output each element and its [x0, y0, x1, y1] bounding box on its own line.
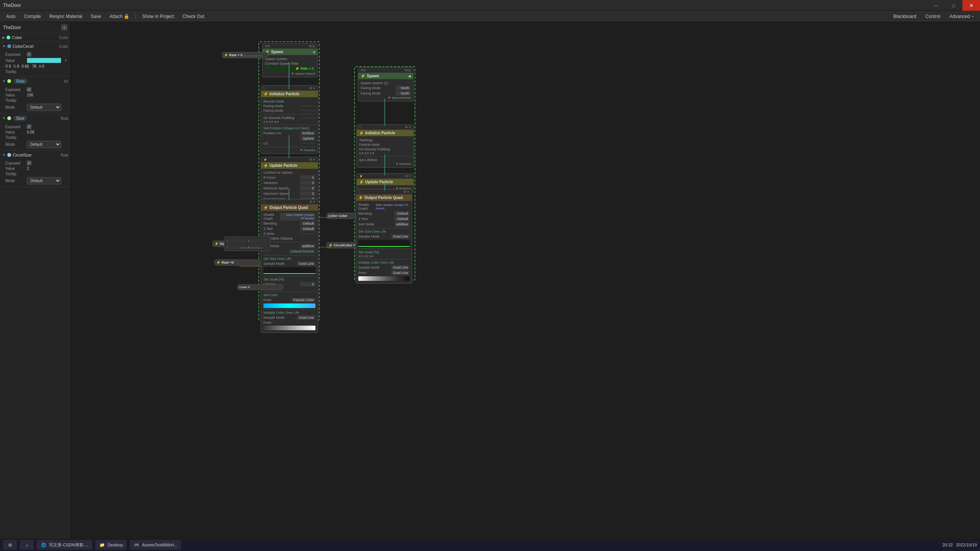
output-body-1: Shader Graph Main Shader (Graph VX Asset… — [261, 211, 318, 333]
size-header[interactable]: ▼ Size float — [0, 114, 70, 123]
size-value-label: Value — [5, 130, 24, 134]
rate-node-title: ⚡ Rate = 0 — [224, 53, 242, 57]
spawn-down-arrow: ▼ Spawn Default — [291, 72, 315, 75]
menu-save[interactable]: Save — [87, 12, 105, 21]
taskbar-game[interactable]: 🎮 AssetsTestWithH... — [130, 540, 181, 550]
spawn-collapse-1[interactable]: ◀ — [312, 50, 315, 54]
spawn-system-node-2[interactable]: SlotStop ⚡ Spawn ◀ Spawn system (1) Faci… — [358, 67, 413, 101]
output-quad-node-2[interactable]: □⚙ ✕ ⚡ Output Particle Quad Shader Graph… — [356, 189, 412, 284]
size-mode-row: Mode Default — [5, 141, 67, 148]
colorcircel-arrow-icon: ▼ — [2, 44, 6, 48]
output-input-1[interactable]: Color 0 — [237, 284, 283, 290]
taskbar-browser[interactable]: 🌐 写文章-CSDN博客-... — [37, 540, 92, 550]
output2-icon: ⚡ — [358, 196, 363, 200]
out-blendmode: Sample ModeGrad Line — [263, 261, 315, 266]
batch-node[interactable]: • • • • — [224, 236, 270, 251]
color-gradient-2 — [358, 276, 410, 281]
update-title-1: Update Particle — [270, 163, 297, 168]
color-bar[interactable] — [27, 58, 61, 63]
menu-show-project[interactable]: Show in Project — [138, 12, 178, 21]
init-particle-node-1[interactable]: □⚙ ✕ ⚡ Initialize Particle Bounds Mask F… — [261, 85, 318, 154]
window-controls[interactable]: ─ □ ✕ — [927, 0, 980, 11]
init2-ports-top: □⚙ ✕ — [357, 125, 413, 130]
init-icon-1: ⚡ — [263, 92, 268, 96]
size-exposed-check[interactable]: ✓ — [27, 124, 31, 129]
connection-svg — [71, 22, 980, 539]
g-label: G — [13, 64, 16, 68]
search-icon: ⌕ — [24, 542, 30, 548]
init-particle-node-2[interactable]: □⚙ ✕ ⚡ Initialize Particle Topology Part… — [356, 124, 414, 168]
batch-item-4: • — [247, 244, 268, 249]
rate-exposed-check[interactable]: ✓ — [27, 87, 31, 92]
rate-header[interactable]: ▼ Rate Int — [0, 77, 70, 86]
color-section-header[interactable]: ▶ Color Color — [0, 33, 70, 42]
xyz-row-4: 1.01.01.0 — [358, 254, 410, 258]
init-arc2: Sphere — [263, 136, 315, 141]
update-a: Attraction0 — [263, 180, 315, 186]
menu-checkout[interactable]: Check Out — [179, 12, 208, 21]
search-button[interactable]: ⌕ — [20, 540, 34, 550]
maximize-button[interactable]: □ — [945, 0, 962, 11]
r-value: 0 — [9, 64, 11, 68]
init-arc: Position Arc Surface — [263, 130, 315, 136]
circelsize-exposed-check[interactable]: ✓ — [27, 161, 31, 165]
output-quad-node-1[interactable]: □⚙ ✕ ⚡ Output Particle Quad Shader Graph… — [261, 199, 318, 333]
curve-green-1 — [263, 273, 315, 274]
out2-blending: BlendingDefault — [358, 211, 410, 216]
panel-add-button[interactable]: + — [61, 24, 67, 31]
rate-tooltip-label: Tooltip — [5, 98, 24, 103]
menu-attach[interactable]: Attach 🔒 — [106, 12, 133, 21]
menu-control[interactable]: Control — [922, 12, 944, 21]
colorcircel-header[interactable]: ▼ ColorCircel Color — [0, 42, 70, 51]
init-f3: On Bounds Padding — [263, 116, 315, 120]
menu-blackboard[interactable]: Blackboard — [890, 12, 920, 21]
circelsize-mode-select[interactable]: Default — [27, 177, 61, 184]
close-button[interactable]: ✕ — [962, 0, 980, 11]
small-node-rate[interactable]: ⚡ Rate = 0 — [222, 52, 268, 58]
menu-compile[interactable]: Compile — [20, 12, 45, 21]
spawn-system-node-1[interactable]: SlotStop ⚡ Spawn ◀ Spawn system Constant… — [262, 43, 318, 77]
taskbar: ⊞ ⌕ 🌐 写文章-CSDN博客-... 📁 Desktop 🎮 AssetsT… — [0, 539, 980, 551]
node-canvas[interactable]: System System (1) SlotStop ⚡ Spawn ◀ Spa… — [71, 22, 980, 539]
start-button[interactable]: ⊞ — [3, 540, 17, 550]
size-exposed-label: Exposed — [5, 125, 24, 129]
rate-mode-select[interactable]: Default — [27, 104, 61, 111]
circel-node-header: ⚡ Rate =0 — [215, 260, 260, 265]
rate-tag: Rate — [13, 78, 28, 84]
size-mode-select[interactable]: Default — [27, 141, 61, 148]
update2-icon: ⚡ — [359, 180, 364, 184]
rate-node-header: ⚡ Rate = 0 — [222, 52, 268, 58]
out-alpha-from: From — [263, 320, 315, 325]
init-body-1: Bounds Mask Facing Mode Facing Mode On B… — [261, 97, 318, 153]
size-expanded: Exposed ✓ Value 0.08 Tooltip Mode Defaul… — [0, 123, 70, 150]
output2-body: Shader Graph Main Shader (Graph VX Asset… — [356, 201, 412, 283]
spawn2-collapse[interactable]: ◀ — [408, 74, 411, 78]
update-ms2: Maximum Speed0 — [263, 191, 315, 196]
color-dot — [7, 36, 10, 39]
update-ms: Minimum Speed0 — [263, 186, 315, 191]
circelsize-header[interactable]: ▼ CircelSize float — [0, 151, 70, 159]
spawn2-header: ⚡ Spawn ◀ — [358, 73, 413, 79]
exposed-checkbox[interactable]: ✓ — [27, 52, 31, 57]
init2-particles: ▼ Particles — [395, 162, 411, 166]
out-zwrite: Z Write — [263, 231, 315, 236]
color-x-icon[interactable]: ✕ — [64, 59, 67, 62]
out-priority: Default Particle — [263, 249, 315, 254]
out-addm: Sort Modeadditive — [263, 243, 315, 249]
game-label: AssetsTestWithH... — [142, 543, 177, 547]
menu-advanced[interactable]: Advanced ~ — [946, 12, 978, 21]
menu-auto[interactable]: Auto — [2, 12, 20, 21]
divider-2 — [263, 125, 315, 125]
colorcircel-badge: Color — [59, 44, 68, 49]
divider-1 — [263, 114, 315, 114]
circelsize-exposed-row: Exposed ✓ — [5, 161, 67, 165]
init-wh: 0.5 — [263, 141, 315, 146]
taskbar-desktop[interactable]: 📁 Desktop — [95, 540, 127, 550]
minimize-button[interactable]: ─ — [927, 0, 945, 11]
app-title: TheDoor — [3, 3, 21, 8]
circelsize-name: CircelSize — [13, 153, 59, 157]
menu-resync[interactable]: Resync Material — [46, 12, 86, 21]
update-r: R Force0 — [263, 175, 315, 180]
colorcircel-dot — [7, 44, 11, 48]
small-node-circel[interactable]: ⚡ Rate =0 — [214, 259, 260, 266]
